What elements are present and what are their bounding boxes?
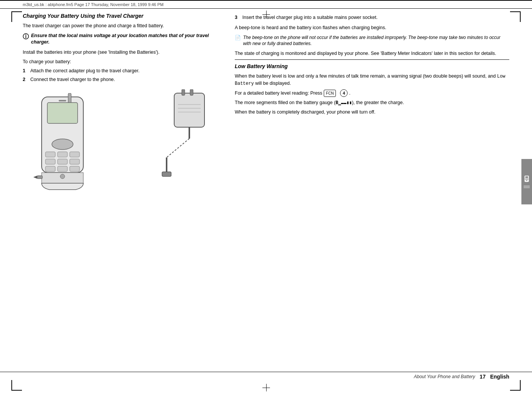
battery-gauge: B▁▬▬▮▮ <box>335 100 352 106</box>
corner-mark-bl <box>11 380 22 391</box>
step-1: 1 Attach the correct adapter plug to the… <box>23 67 220 75</box>
step-2-text: Connect the travel charger to the phone. <box>30 76 115 83</box>
step-2: 2 Connect the travel charger to the phon… <box>23 76 220 83</box>
svg-rect-14 <box>45 159 55 164</box>
low-battery-text3: The more segments filled on the battery … <box>235 99 509 106</box>
charger-svg <box>155 89 216 188</box>
main-content: Charging Your Battery Using the Travel C… <box>0 12 532 241</box>
svg-rect-8 <box>47 103 78 123</box>
svg-rect-26 <box>190 89 193 95</box>
corner-mark-tl <box>11 11 22 22</box>
svg-point-10 <box>52 139 73 150</box>
low-battery-text2: For a detailed battery level reading: Pr… <box>235 89 509 97</box>
svg-rect-12 <box>58 152 67 157</box>
svg-rect-15 <box>58 159 67 164</box>
intro-text: The travel charger can power the phone a… <box>23 22 220 30</box>
svg-rect-17 <box>45 166 55 171</box>
cross-top <box>262 11 270 18</box>
key-4-button: 4 <box>340 89 348 97</box>
step-2-num: 2 <box>23 76 27 83</box>
svg-rect-19 <box>70 166 80 171</box>
corner-mark-br <box>510 380 521 391</box>
step-3-num: 3 <box>235 14 239 21</box>
low-battery-text1: When the battery level is low and only a… <box>235 73 509 87</box>
svg-line-31 <box>167 139 189 157</box>
charging-state-text: The state of charging is monitored and d… <box>235 50 509 57</box>
svg-point-21 <box>60 174 65 179</box>
cross-bottom <box>262 384 270 391</box>
svg-rect-33 <box>162 172 171 176</box>
phone-svg <box>30 93 106 229</box>
svg-rect-3 <box>525 178 528 179</box>
footer-page-num: 17 <box>480 374 486 380</box>
page-container: m3td_us.bk : abtphone.fm5 Page 17 Thursd… <box>0 0 532 402</box>
footer-lang: English <box>490 374 509 380</box>
install-text: Install the batteries into your phone (s… <box>23 49 220 56</box>
step-1-num: 1 <box>23 67 27 75</box>
header-text: m3td_us.bk : abtphone.fm5 Page 17 Thursd… <box>23 2 164 7</box>
header-bar: m3td_us.bk : abtphone.fm5 Page 17 Thursd… <box>0 0 532 9</box>
beep-text: A beep-tone is heard and the battery ico… <box>235 24 509 31</box>
svg-rect-25 <box>182 89 185 95</box>
note-icon: 📄 <box>235 35 241 41</box>
section-divider <box>235 59 509 60</box>
footer: About Your Phone and Battery 17 English <box>0 372 532 381</box>
svg-rect-5 <box>525 179 528 180</box>
step-3: 3 Insert the travel charger plug into a … <box>235 14 509 21</box>
svg-rect-1 <box>525 176 528 178</box>
step-1-text: Attach the correct adapter plug to the t… <box>30 67 139 75</box>
svg-rect-24 <box>174 93 204 127</box>
charge-text: To charge your battery: <box>23 58 220 65</box>
warning-text: Ensure that the local mains voltage at y… <box>31 33 220 46</box>
note-box: 📄 The beep-tone on the phone will not oc… <box>235 34 509 47</box>
phone-illustration <box>23 89 220 241</box>
note-text: The beep-tone on the phone will not occu… <box>243 34 509 47</box>
left-section-title: Charging Your Battery Using the Travel C… <box>23 12 220 19</box>
low-battery-title: Low Battery Warning <box>235 63 509 70</box>
svg-rect-18 <box>58 166 67 171</box>
svg-rect-11 <box>45 152 55 157</box>
svg-rect-13 <box>70 152 80 157</box>
corner-mark-tr <box>510 11 521 22</box>
warning-icon: ⓘ <box>23 33 29 41</box>
footer-italic-text: About Your Phone and Battery <box>414 374 475 379</box>
fcn-button: FCN <box>324 90 336 97</box>
right-column: 3 Insert the travel charger plug into a … <box>235 12 509 241</box>
warning-box: ⓘ Ensure that the local mains voltage at… <box>23 33 220 46</box>
phone-icon <box>524 176 530 183</box>
svg-rect-22 <box>37 176 42 179</box>
svg-marker-23 <box>33 176 37 179</box>
svg-rect-4 <box>525 179 528 179</box>
left-column: Charging Your Battery Using the Travel C… <box>23 12 220 241</box>
svg-rect-9 <box>59 100 66 101</box>
low-battery-text4: When the battery is completely discharge… <box>235 109 509 116</box>
svg-rect-16 <box>70 159 80 164</box>
sidebar-tab <box>521 159 532 204</box>
